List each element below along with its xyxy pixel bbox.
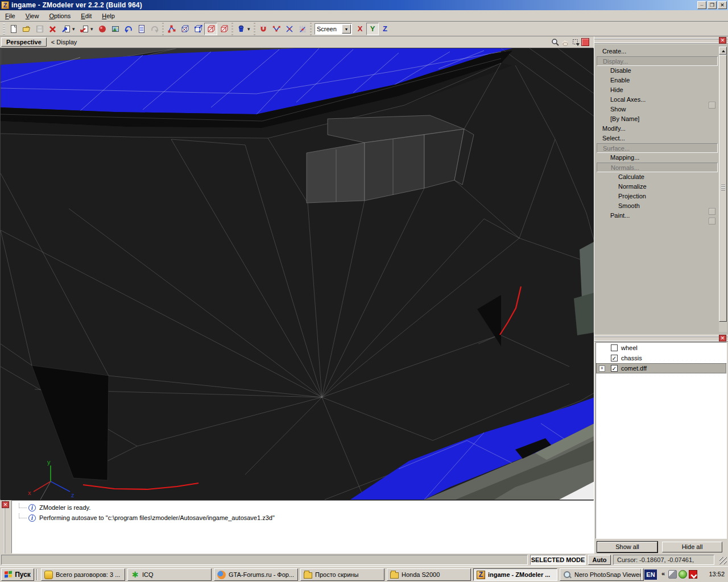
log-document-button[interactable] bbox=[135, 23, 148, 35]
vertices-mode-button[interactable] bbox=[165, 23, 178, 35]
axis-x-button[interactable]: X bbox=[354, 23, 366, 35]
object-row-chassis[interactable]: chassis bbox=[596, 353, 726, 363]
menu-file[interactable]: File bbox=[0, 11, 20, 20]
cmd-select[interactable]: Select... bbox=[597, 134, 718, 143]
cmd-calculate[interactable]: Calculate bbox=[597, 172, 718, 182]
cmd-projection[interactable]: Projection bbox=[597, 192, 718, 201]
avira-icon[interactable] bbox=[689, 570, 697, 579]
expand-plus-icon[interactable] bbox=[599, 365, 605, 372]
objects-mode-button[interactable] bbox=[217, 23, 230, 35]
vertex-snap-button[interactable] bbox=[270, 23, 283, 35]
menu-options[interactable]: Options bbox=[44, 11, 76, 20]
cmd-local-axes[interactable]: Local Axes... bbox=[597, 95, 718, 105]
cmd-mapping[interactable]: Mapping... bbox=[597, 153, 718, 163]
axis-snap-button[interactable] bbox=[283, 23, 296, 35]
viewport-breadcrumb[interactable]: < Display bbox=[51, 39, 77, 45]
task-folder-honda[interactable]: Honda S2000 bbox=[387, 568, 471, 581]
folder-icon bbox=[304, 572, 312, 579]
menu-help[interactable]: Help bbox=[97, 11, 120, 20]
commands-panel-close-icon[interactable] bbox=[719, 37, 726, 44]
object-row-comet[interactable]: comet.dff bbox=[596, 363, 726, 373]
auto-button[interactable]: Auto bbox=[588, 555, 611, 565]
object-row-wheel[interactable]: wheel bbox=[596, 343, 726, 353]
cmd-surface[interactable]: Surface... bbox=[597, 143, 718, 153]
pen-tablet-icon[interactable] bbox=[668, 570, 677, 579]
grid-snap-button[interactable] bbox=[296, 23, 309, 35]
paint-checkbox[interactable] bbox=[709, 218, 715, 225]
smooth-checkbox[interactable] bbox=[709, 208, 715, 215]
resize-grip[interactable] bbox=[719, 557, 727, 564]
commands-panel-grip[interactable] bbox=[594, 36, 728, 44]
faces-mode-button[interactable] bbox=[191, 23, 204, 35]
objects-panel-grip[interactable] bbox=[594, 334, 728, 342]
cmd-create[interactable]: Create... bbox=[597, 47, 718, 56]
close-button[interactable] bbox=[718, 1, 727, 9]
delete-button[interactable] bbox=[46, 23, 59, 35]
viewport-canvas[interactable]: y x z bbox=[0, 48, 594, 500]
chassis-checkbox[interactable] bbox=[611, 355, 618, 361]
orbit-icon[interactable] bbox=[571, 38, 580, 46]
task-zmodeler-active[interactable]: ingame - ZModeler ... bbox=[473, 568, 557, 581]
open-file-button[interactable] bbox=[20, 23, 33, 35]
cmd-hide[interactable]: Hide bbox=[597, 85, 718, 95]
pan-hand-icon[interactable] bbox=[561, 38, 570, 46]
task-icq[interactable]: ICQ bbox=[127, 568, 212, 581]
objects-panel-close-icon[interactable] bbox=[719, 335, 726, 342]
cmd-paint[interactable]: Paint... bbox=[597, 211, 718, 221]
language-indicator[interactable]: EN bbox=[644, 569, 657, 580]
task-nero-photosnap[interactable]: Nero PhotoSnap Viewer bbox=[560, 568, 644, 581]
task-chat-conversations[interactable]: Всего разговоров: 3 ... bbox=[41, 568, 125, 581]
export-dropdown-caret[interactable] bbox=[90, 23, 96, 35]
view-selector-button[interactable]: Perspective bbox=[1, 38, 47, 47]
green-status-icon[interactable] bbox=[679, 570, 687, 579]
cmd-display[interactable]: Display... bbox=[597, 56, 718, 66]
wheel-checkbox[interactable] bbox=[611, 344, 618, 351]
menu-view[interactable]: View bbox=[20, 11, 44, 20]
task-gta-forums-browser[interactable]: GTA-Forums.ru - Фор... bbox=[214, 568, 298, 581]
restore-button[interactable] bbox=[708, 1, 717, 9]
render-sphere-icon bbox=[98, 24, 107, 34]
task-folder-screens[interactable]: Просто скрины bbox=[300, 568, 384, 581]
cmd-show[interactable]: Show bbox=[597, 105, 718, 114]
cmd-normalize[interactable]: Normalize bbox=[597, 182, 718, 192]
commands-scrollbar[interactable] bbox=[719, 47, 727, 332]
axis-y-button[interactable]: Y bbox=[366, 23, 379, 35]
polygons-mode-button[interactable] bbox=[204, 23, 217, 35]
new-file-button[interactable] bbox=[7, 23, 20, 35]
cmd-enable[interactable]: Enable bbox=[597, 76, 718, 85]
cmd-by-name[interactable]: [By Name] bbox=[597, 114, 718, 124]
material-editor-button[interactable] bbox=[109, 23, 122, 35]
render-button[interactable] bbox=[96, 23, 109, 35]
edges-mode-button[interactable] bbox=[178, 23, 191, 35]
log-panel-grip[interactable] bbox=[0, 500, 11, 554]
axis-z-button[interactable]: Z bbox=[379, 23, 391, 35]
paint-dropdown-caret[interactable] bbox=[247, 23, 253, 35]
scrollbar-thumb[interactable] bbox=[719, 55, 727, 322]
tray-chevron-icon[interactable] bbox=[660, 569, 667, 579]
combobox-dropdown-button[interactable] bbox=[342, 24, 351, 34]
hide-all-button[interactable]: Hide all bbox=[662, 542, 722, 552]
log-close-icon[interactable] bbox=[2, 501, 9, 508]
scroll-up-icon[interactable] bbox=[719, 47, 727, 55]
minimize-button[interactable] bbox=[697, 1, 706, 9]
edges-mode-icon bbox=[180, 24, 189, 34]
cmd-modify[interactable]: Modify... bbox=[597, 124, 718, 134]
export-button[interactable] bbox=[77, 23, 90, 35]
show-all-button[interactable]: Show all bbox=[597, 542, 657, 552]
toolbar-grip[interactable] bbox=[3, 23, 5, 35]
start-button[interactable]: Пуск bbox=[1, 568, 34, 581]
cmd-disable[interactable]: Disable bbox=[597, 66, 718, 76]
import-dropdown-caret[interactable] bbox=[72, 23, 77, 35]
cmd-smooth[interactable]: Smooth bbox=[597, 201, 718, 211]
paint-bucket-button[interactable] bbox=[234, 23, 247, 35]
menu-edit[interactable]: Edit bbox=[76, 11, 97, 20]
magnet-snap-button[interactable] bbox=[257, 23, 270, 35]
maximize-view-button[interactable] bbox=[581, 38, 589, 46]
comet-checkbox[interactable] bbox=[611, 365, 618, 372]
view-mode-combobox[interactable]: Screen bbox=[315, 23, 352, 35]
undo-button[interactable] bbox=[122, 23, 135, 35]
cmd-normals[interactable]: Normals... bbox=[597, 163, 718, 172]
zoom-icon[interactable] bbox=[551, 38, 560, 46]
local-axes-checkbox[interactable] bbox=[709, 102, 715, 109]
import-button[interactable] bbox=[59, 23, 72, 35]
